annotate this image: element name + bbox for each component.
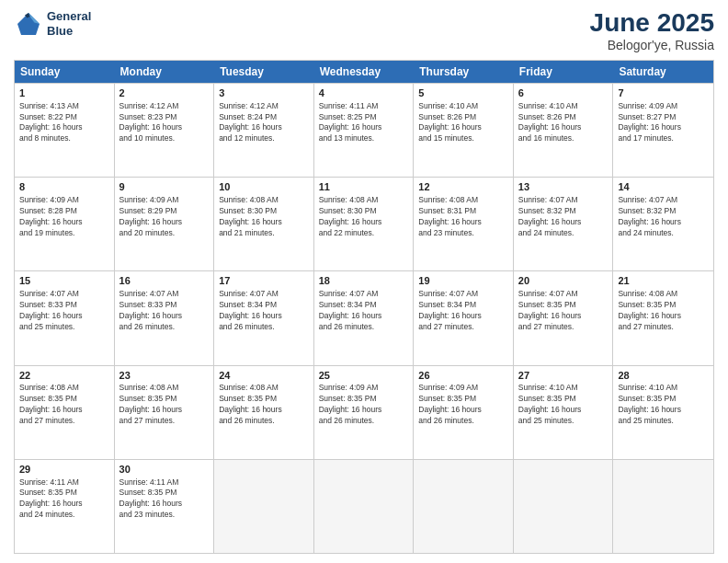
- calendar-cell: 21Sunrise: 4:08 AM Sunset: 8:35 PM Dayli…: [613, 271, 713, 364]
- page: General Blue June 2025 Belogor'ye, Russi…: [0, 0, 728, 563]
- calendar-cell: 1Sunrise: 4:13 AM Sunset: 8:22 PM Daylig…: [15, 84, 115, 177]
- cell-content: Sunrise: 4:07 AM Sunset: 8:32 PM Dayligh…: [518, 195, 609, 239]
- header-day-wednesday: Wednesday: [314, 61, 415, 83]
- cell-content: Sunrise: 4:07 AM Sunset: 8:33 PM Dayligh…: [119, 289, 210, 333]
- title-area: June 2025 Belogor'ye, Russia: [590, 9, 714, 52]
- calendar-cell: 22Sunrise: 4:08 AM Sunset: 8:35 PM Dayli…: [15, 366, 115, 459]
- calendar-cell: [613, 460, 713, 553]
- calendar-cell: 7Sunrise: 4:09 AM Sunset: 8:27 PM Daylig…: [613, 84, 713, 177]
- cell-content: Sunrise: 4:08 AM Sunset: 8:30 PM Dayligh…: [219, 195, 309, 239]
- logo-icon: [14, 9, 43, 39]
- calendar-cell: 14Sunrise: 4:07 AM Sunset: 8:32 PM Dayli…: [613, 178, 713, 270]
- header-day-friday: Friday: [514, 61, 614, 83]
- calendar-row-5: 29Sunrise: 4:11 AM Sunset: 8:35 PM Dayli…: [15, 459, 713, 553]
- cell-content: Sunrise: 4:07 AM Sunset: 8:32 PM Dayligh…: [618, 195, 709, 239]
- cell-content: Sunrise: 4:08 AM Sunset: 8:35 PM Dayligh…: [119, 383, 210, 427]
- location-subtitle: Belogor'ye, Russia: [590, 38, 714, 52]
- calendar-cell: 10Sunrise: 4:08 AM Sunset: 8:30 PM Dayli…: [214, 178, 314, 270]
- cell-content: Sunrise: 4:09 AM Sunset: 8:35 PM Dayligh…: [418, 383, 508, 427]
- calendar-cell: 20Sunrise: 4:07 AM Sunset: 8:35 PM Dayli…: [514, 271, 614, 364]
- day-number: 18: [319, 274, 409, 288]
- calendar-cell: 18Sunrise: 4:07 AM Sunset: 8:34 PM Dayli…: [314, 271, 415, 364]
- header-day-monday: Monday: [115, 61, 215, 83]
- calendar-row-4: 22Sunrise: 4:08 AM Sunset: 8:35 PM Dayli…: [15, 365, 713, 459]
- calendar-cell: 9Sunrise: 4:09 AM Sunset: 8:29 PM Daylig…: [115, 178, 215, 270]
- day-number: 27: [518, 369, 609, 383]
- calendar-cell: [414, 460, 514, 553]
- calendar-cell: [214, 460, 314, 553]
- calendar-header: SundayMondayTuesdayWednesdayThursdayFrid…: [15, 61, 713, 83]
- header-day-tuesday: Tuesday: [214, 61, 314, 83]
- day-number: 7: [618, 86, 709, 100]
- calendar-cell: 29Sunrise: 4:11 AM Sunset: 8:35 PM Dayli…: [15, 460, 115, 553]
- day-number: 24: [219, 369, 309, 383]
- logo-text: General Blue: [47, 9, 91, 38]
- cell-content: Sunrise: 4:10 AM Sunset: 8:26 PM Dayligh…: [518, 101, 609, 145]
- calendar-cell: 4Sunrise: 4:11 AM Sunset: 8:25 PM Daylig…: [314, 84, 415, 177]
- cell-content: Sunrise: 4:07 AM Sunset: 8:34 PM Dayligh…: [418, 289, 508, 333]
- calendar-cell: 19Sunrise: 4:07 AM Sunset: 8:34 PM Dayli…: [414, 271, 514, 364]
- cell-content: Sunrise: 4:09 AM Sunset: 8:27 PM Dayligh…: [618, 101, 709, 145]
- day-number: 29: [19, 463, 109, 477]
- calendar-cell: 26Sunrise: 4:09 AM Sunset: 8:35 PM Dayli…: [414, 366, 514, 459]
- cell-content: Sunrise: 4:08 AM Sunset: 8:35 PM Dayligh…: [19, 383, 109, 427]
- day-number: 21: [618, 274, 709, 288]
- cell-content: Sunrise: 4:09 AM Sunset: 8:29 PM Dayligh…: [119, 195, 210, 239]
- cell-content: Sunrise: 4:09 AM Sunset: 8:35 PM Dayligh…: [319, 383, 409, 427]
- header-day-thursday: Thursday: [414, 61, 514, 83]
- cell-content: Sunrise: 4:08 AM Sunset: 8:35 PM Dayligh…: [219, 383, 309, 427]
- calendar-row-3: 15Sunrise: 4:07 AM Sunset: 8:33 PM Dayli…: [15, 270, 713, 364]
- day-number: 8: [19, 180, 109, 194]
- day-number: 23: [119, 369, 210, 383]
- day-number: 9: [119, 180, 210, 194]
- calendar-cell: 12Sunrise: 4:08 AM Sunset: 8:31 PM Dayli…: [414, 178, 514, 270]
- calendar-cell: 16Sunrise: 4:07 AM Sunset: 8:33 PM Dayli…: [115, 271, 215, 364]
- cell-content: Sunrise: 4:08 AM Sunset: 8:31 PM Dayligh…: [418, 195, 508, 239]
- calendar-cell: 28Sunrise: 4:10 AM Sunset: 8:35 PM Dayli…: [613, 366, 713, 459]
- day-number: 26: [418, 369, 508, 383]
- calendar-cell: 27Sunrise: 4:10 AM Sunset: 8:35 PM Dayli…: [514, 366, 614, 459]
- calendar-cell: 13Sunrise: 4:07 AM Sunset: 8:32 PM Dayli…: [514, 178, 614, 270]
- day-number: 12: [418, 180, 508, 194]
- day-number: 28: [618, 369, 709, 383]
- cell-content: Sunrise: 4:07 AM Sunset: 8:35 PM Dayligh…: [518, 289, 609, 333]
- day-number: 10: [219, 180, 309, 194]
- day-number: 15: [19, 274, 109, 288]
- calendar-cell: [514, 460, 614, 553]
- logo: General Blue: [14, 9, 91, 39]
- header-day-sunday: Sunday: [15, 61, 115, 83]
- logo-line1: General: [47, 9, 91, 24]
- calendar-cell: 11Sunrise: 4:08 AM Sunset: 8:30 PM Dayli…: [314, 178, 415, 270]
- cell-content: Sunrise: 4:10 AM Sunset: 8:35 PM Dayligh…: [518, 383, 609, 427]
- cell-content: Sunrise: 4:07 AM Sunset: 8:33 PM Dayligh…: [19, 289, 109, 333]
- cell-content: Sunrise: 4:10 AM Sunset: 8:26 PM Dayligh…: [418, 101, 508, 145]
- cell-content: Sunrise: 4:11 AM Sunset: 8:25 PM Dayligh…: [319, 101, 409, 145]
- day-number: 11: [319, 180, 409, 194]
- cell-content: Sunrise: 4:11 AM Sunset: 8:35 PM Dayligh…: [119, 477, 210, 522]
- cell-content: Sunrise: 4:07 AM Sunset: 8:34 PM Dayligh…: [319, 289, 409, 333]
- calendar-row-1: 1Sunrise: 4:13 AM Sunset: 8:22 PM Daylig…: [15, 83, 713, 177]
- month-title: June 2025: [590, 9, 714, 38]
- calendar-cell: [314, 460, 415, 553]
- cell-content: Sunrise: 4:07 AM Sunset: 8:34 PM Dayligh…: [219, 289, 309, 333]
- cell-content: Sunrise: 4:09 AM Sunset: 8:28 PM Dayligh…: [19, 195, 109, 239]
- cell-content: Sunrise: 4:11 AM Sunset: 8:35 PM Dayligh…: [19, 477, 109, 522]
- calendar-body: 1Sunrise: 4:13 AM Sunset: 8:22 PM Daylig…: [15, 83, 713, 553]
- day-number: 6: [518, 86, 609, 100]
- day-number: 20: [518, 274, 609, 288]
- cell-content: Sunrise: 4:12 AM Sunset: 8:24 PM Dayligh…: [219, 101, 309, 145]
- day-number: 13: [518, 180, 609, 194]
- day-number: 1: [19, 86, 109, 100]
- day-number: 16: [119, 274, 210, 288]
- day-number: 25: [319, 369, 409, 383]
- cell-content: Sunrise: 4:08 AM Sunset: 8:30 PM Dayligh…: [319, 195, 409, 239]
- calendar: SundayMondayTuesdayWednesdayThursdayFrid…: [14, 60, 714, 554]
- day-number: 30: [119, 463, 210, 477]
- day-number: 17: [219, 274, 309, 288]
- calendar-cell: 3Sunrise: 4:12 AM Sunset: 8:24 PM Daylig…: [214, 84, 314, 177]
- header: General Blue June 2025 Belogor'ye, Russi…: [14, 9, 714, 52]
- day-number: 4: [319, 86, 409, 100]
- day-number: 14: [618, 180, 709, 194]
- day-number: 22: [19, 369, 109, 383]
- cell-content: Sunrise: 4:12 AM Sunset: 8:23 PM Dayligh…: [119, 101, 210, 145]
